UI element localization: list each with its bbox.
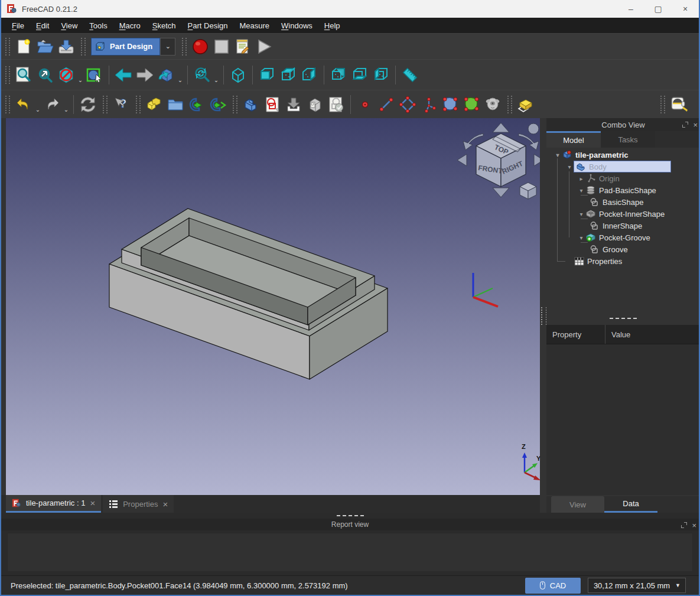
create-group-button[interactable]: [165, 94, 186, 115]
report-splitter[interactable]: [1, 513, 699, 519]
create-sketch-button[interactable]: [262, 94, 283, 115]
tree-item-groove[interactable]: Groove: [546, 243, 700, 255]
tab-close-icon[interactable]: ×: [162, 499, 168, 509]
tree-item-innershape[interactable]: InnerShape: [546, 220, 700, 232]
validate-sketch-button[interactable]: [325, 94, 347, 115]
redo-button[interactable]: [41, 94, 63, 115]
sub-shapebinder-button[interactable]: [461, 94, 482, 115]
bottom-view-button[interactable]: [349, 64, 370, 86]
clone-button[interactable]: [482, 94, 503, 115]
axonometric-view-button[interactable]: [227, 64, 249, 86]
measure-button[interactable]: [668, 94, 689, 115]
workbench-selector[interactable]: Part Design ⌄: [91, 38, 175, 56]
workbench-caret[interactable]: ⌄: [160, 38, 175, 56]
front-view-button[interactable]: [256, 64, 278, 86]
make-sub-link-button[interactable]: [207, 94, 229, 115]
float-panel-icon[interactable]: [681, 522, 687, 528]
macro-edit-button[interactable]: [232, 36, 253, 57]
map-sketch-button[interactable]: [304, 94, 325, 115]
open-document-button[interactable]: [34, 36, 56, 57]
expander-icon[interactable]: ▾: [554, 152, 562, 158]
expander-icon[interactable]: ▾: [577, 211, 585, 217]
expander-icon[interactable]: ▾: [565, 164, 574, 170]
toolbar-grip[interactable]: [660, 96, 665, 113]
macro-stop-button[interactable]: [211, 36, 232, 57]
toolbar-grip[interactable]: [182, 38, 187, 56]
left-view-button[interactable]: [370, 64, 392, 86]
right-view-button[interactable]: [299, 64, 320, 86]
top-view-button[interactable]: [278, 64, 299, 86]
close-panel-icon[interactable]: ×: [692, 522, 696, 529]
menu-measure[interactable]: Measure: [234, 19, 276, 32]
undo-button[interactable]: [13, 94, 34, 115]
clipping-dropdown[interactable]: ⌄: [77, 64, 84, 86]
attach-sketch-button[interactable]: [283, 94, 304, 115]
toolbar-grip[interactable]: [81, 38, 86, 56]
rear-view-button[interactable]: [328, 64, 349, 86]
float-panel-icon[interactable]: [682, 122, 688, 128]
report-view-content[interactable]: [7, 533, 693, 572]
datum-line-button[interactable]: [376, 94, 397, 115]
isometric-view-button[interactable]: [155, 64, 177, 86]
combo-view-header[interactable]: Combo View ×: [546, 118, 700, 131]
macro-execute-button[interactable]: [253, 36, 275, 57]
pad-button[interactable]: [515, 94, 536, 115]
measure-distance-button[interactable]: [399, 64, 421, 86]
tree-item-pocket-innershape[interactable]: ▾ Pocket-InnerShape: [546, 208, 700, 220]
isometric-dropdown[interactable]: ⌄: [177, 64, 184, 86]
sync-view-button[interactable]: [191, 64, 213, 86]
toolbar-grip[interactable]: [507, 96, 512, 113]
macro-record-button[interactable]: [190, 36, 211, 57]
close-panel-icon[interactable]: ×: [693, 121, 698, 129]
menu-macro[interactable]: Macro: [113, 19, 146, 32]
menu-help[interactable]: Help: [318, 19, 346, 32]
menu-windows[interactable]: Windows: [275, 19, 318, 32]
nav-back-button[interactable]: [113, 64, 134, 86]
toolbar-grip[interactable]: [136, 96, 141, 113]
report-view-header[interactable]: Report view ×: [1, 519, 699, 530]
save-document-button[interactable]: [56, 36, 77, 57]
maximize-button[interactable]: ▢: [644, 0, 672, 18]
tree-property-splitter[interactable]: [546, 314, 700, 323]
menu-part-design[interactable]: Part Design: [182, 19, 234, 32]
menu-tools[interactable]: Tools: [83, 19, 113, 32]
datum-point-button[interactable]: [354, 94, 376, 115]
create-body-button[interactable]: [240, 94, 262, 115]
toolbar-grip[interactable]: [103, 96, 108, 113]
minimize-button[interactable]: –: [617, 0, 644, 18]
value-column-header[interactable]: Value: [605, 325, 630, 344]
shapebinder-button[interactable]: [439, 94, 461, 115]
clipping-button[interactable]: [56, 64, 77, 86]
3d-viewport[interactable]: TOP FRONT RIGHT Z Y X: [6, 118, 540, 495]
tree-item-pocket-groove[interactable]: ▾ Pocket-Groove: [546, 232, 700, 243]
property-column-header[interactable]: Property: [546, 325, 605, 344]
redo-dropdown[interactable]: ⌄: [63, 94, 70, 115]
tab-model[interactable]: Model: [546, 131, 601, 148]
datum-cs-button[interactable]: [418, 94, 439, 115]
tab-view[interactable]: View: [551, 496, 604, 513]
cad-navigation-button[interactable]: CAD: [525, 578, 581, 594]
refresh-button[interactable]: [77, 94, 99, 115]
menu-view[interactable]: View: [55, 19, 83, 32]
tree-item-body[interactable]: ▾ Body: [546, 161, 700, 172]
expander-icon[interactable]: ▾: [577, 187, 585, 194]
sync-view-dropdown[interactable]: ⌄: [213, 64, 220, 86]
expander-icon[interactable]: ▾: [577, 235, 585, 241]
tab-tasks[interactable]: Tasks: [601, 131, 655, 148]
dimension-dropdown[interactable]: 30,12 mm x 21,05 mm ▼: [588, 578, 686, 593]
tab-close-icon[interactable]: ×: [90, 498, 95, 508]
toolbar-grip[interactable]: [5, 66, 10, 84]
tree-item-basicshape[interactable]: BasicShape: [546, 196, 700, 208]
tab-data[interactable]: Data: [604, 496, 657, 513]
undo-dropdown[interactable]: ⌄: [34, 94, 41, 115]
tree-item-properties[interactable]: Properties: [546, 255, 700, 267]
nav-forward-button[interactable]: [134, 64, 155, 86]
menu-sketch[interactable]: Sketch: [146, 19, 182, 32]
mdi-tab-properties[interactable]: Properties ×: [103, 495, 174, 513]
box-selection-button[interactable]: [84, 64, 105, 86]
expander-icon[interactable]: ▸: [577, 175, 585, 182]
create-part-button[interactable]: [144, 94, 165, 115]
make-link-button[interactable]: [186, 94, 207, 115]
toolbar-grip[interactable]: [5, 96, 10, 113]
fit-all-button[interactable]: [13, 64, 34, 86]
